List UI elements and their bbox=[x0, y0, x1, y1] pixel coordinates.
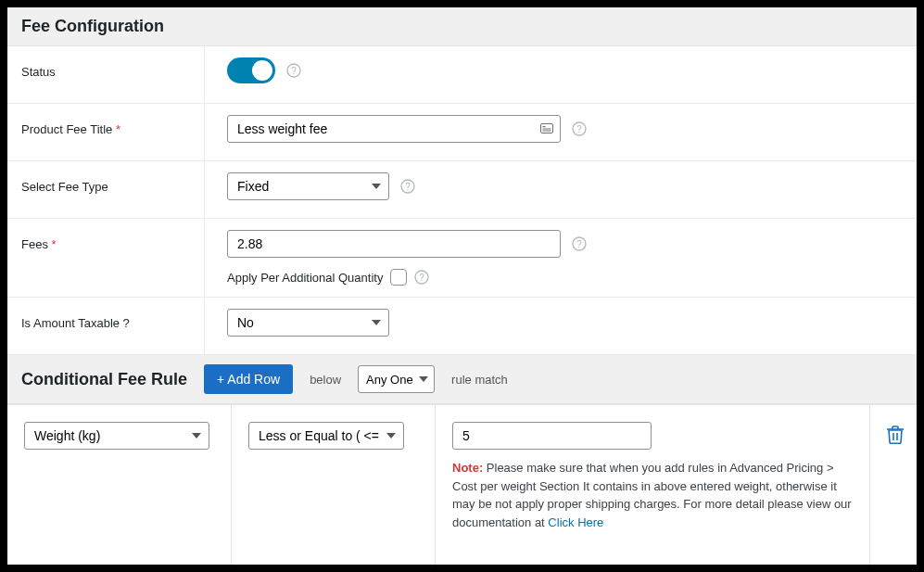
row-fees: Fees * ? Apply Per Additional Quantity ? bbox=[7, 219, 917, 298]
section-fee-config-title: Fee Configuration bbox=[7, 7, 917, 46]
help-icon[interactable]: ? bbox=[414, 270, 429, 285]
product-fee-title-input[interactable] bbox=[227, 115, 561, 143]
row-product-fee-title: Product Fee Title * ? bbox=[7, 104, 917, 161]
help-icon[interactable]: ? bbox=[400, 179, 415, 194]
row-taxable: Is Amount Taxable ? No bbox=[7, 298, 917, 355]
svg-text:?: ? bbox=[576, 124, 582, 134]
toggle-knob bbox=[252, 60, 272, 81]
row-fee-type: Select Fee Type Fixed ? bbox=[7, 161, 917, 219]
apply-per-qty-checkbox[interactable] bbox=[390, 269, 407, 286]
rule-operator-select[interactable]: Less or Equal to ( <= ) bbox=[248, 422, 404, 450]
svg-text:?: ? bbox=[576, 239, 582, 249]
rule-condition-col: Weight (kg) bbox=[7, 405, 232, 565]
rule-match-select[interactable]: Any One bbox=[358, 365, 435, 393]
click-here-link[interactable]: Click Here bbox=[548, 515, 603, 529]
below-text: below bbox=[310, 373, 341, 387]
rule-table: Weight (kg) Less or Equal to ( <= ) Note… bbox=[7, 404, 917, 565]
rule-match-text: rule match bbox=[451, 373, 508, 387]
help-icon[interactable]: ? bbox=[572, 121, 587, 136]
label-taxable: Is Amount Taxable ? bbox=[7, 298, 205, 354]
svg-text:?: ? bbox=[291, 66, 297, 76]
help-icon[interactable]: ? bbox=[286, 63, 301, 78]
section-conditional-rule-title: Conditional Fee Rule + Add Row below Any… bbox=[7, 355, 917, 404]
label-status: Status bbox=[7, 46, 205, 103]
status-toggle[interactable] bbox=[227, 57, 275, 83]
note-label: Note: bbox=[452, 461, 483, 475]
svg-text:?: ? bbox=[420, 273, 425, 283]
rule-note: Note: Please make sure that when you add… bbox=[452, 459, 853, 531]
rule-condition-select[interactable]: Weight (kg) bbox=[24, 422, 209, 450]
trash-icon[interactable] bbox=[887, 426, 904, 444]
fees-input[interactable] bbox=[227, 230, 561, 258]
row-status: Status ? bbox=[7, 46, 917, 104]
fee-config-panel: Fee Configuration Status ? Product Fee T… bbox=[7, 7, 917, 565]
taxable-select[interactable]: No bbox=[227, 309, 389, 337]
help-icon[interactable]: ? bbox=[572, 236, 587, 251]
fee-type-select[interactable]: Fixed bbox=[227, 172, 389, 200]
label-product-fee-title: Product Fee Title * bbox=[7, 104, 205, 160]
rule-value-col: Note: Please make sure that when you add… bbox=[436, 405, 870, 565]
svg-text:?: ? bbox=[405, 182, 411, 192]
rule-delete-col bbox=[870, 405, 917, 565]
rule-value-input[interactable] bbox=[452, 422, 652, 450]
label-fees: Fees * bbox=[7, 219, 205, 297]
note-text-body: Please make sure that when you add rules… bbox=[452, 461, 852, 529]
add-row-button[interactable]: + Add Row bbox=[204, 364, 293, 394]
apply-per-qty-label: Apply Per Additional Quantity bbox=[227, 271, 383, 285]
rule-operator-col: Less or Equal to ( <= ) bbox=[232, 405, 436, 565]
label-fee-type: Select Fee Type bbox=[7, 161, 205, 218]
conditional-rule-title-text: Conditional Fee Rule bbox=[21, 370, 187, 389]
